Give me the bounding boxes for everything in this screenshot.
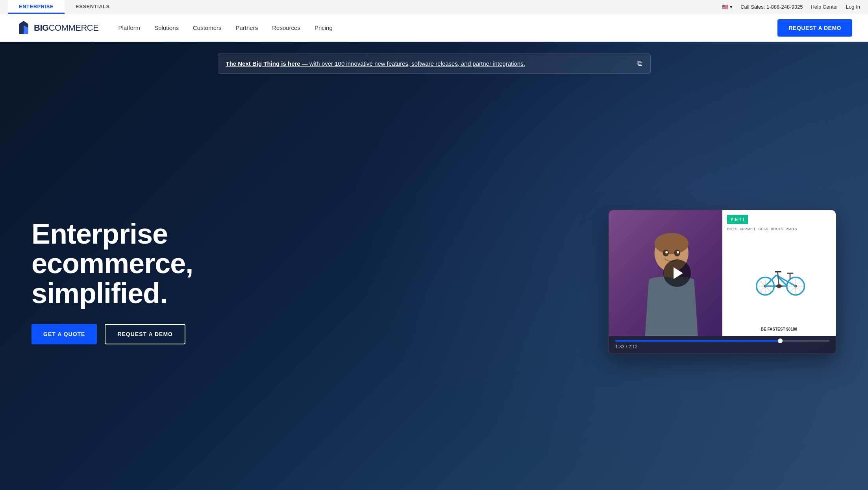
video-progress-fill: [615, 340, 780, 342]
svg-point-3: [654, 233, 688, 254]
top-bar-tabs: ENTERPRISE ESSENTIALS: [8, 0, 121, 14]
play-button[interactable]: [663, 259, 691, 287]
nav-solutions[interactable]: Solutions: [154, 24, 179, 31]
hero-left: Enterprise ecommerce, simplified. GET A …: [31, 219, 236, 345]
hero-headline: Enterprise ecommerce, simplified.: [31, 219, 236, 309]
language-selector[interactable]: 🇺🇸 ▾: [722, 4, 733, 10]
product-nav: BIKES APPAREL GEAR BOOTS PARTS: [727, 227, 831, 231]
logo-text: BIGCOMMERCE: [34, 23, 98, 33]
nav-customers[interactable]: Customers: [193, 24, 222, 31]
nav-parts: PARTS: [785, 227, 797, 231]
login-link[interactable]: Log In: [846, 4, 860, 10]
hero-section: The Next Big Thing is here — with over 1…: [0, 42, 868, 490]
svg-point-7: [665, 251, 668, 253]
logo[interactable]: BIGCOMMERCE: [16, 20, 98, 36]
video-progress-bar[interactable]: [615, 340, 829, 342]
request-demo-button[interactable]: REQUEST A DEMO: [777, 19, 852, 37]
top-bar: ENTERPRISE ESSENTIALS 🇺🇸 ▾ Call Sales: 1…: [0, 0, 868, 14]
svg-point-8: [677, 251, 679, 253]
bike-image-icon: [751, 263, 807, 298]
nav-cta: REQUEST A DEMO: [777, 19, 852, 37]
hero-buttons: GET A QUOTE REQUEST A DEMO: [31, 324, 236, 344]
video-player: YETI BIKES APPAREL GEAR BOOTS PARTS: [608, 209, 837, 354]
nav-pricing[interactable]: Pricing: [315, 24, 333, 31]
video-time-display: 1:33 / 2:12: [615, 344, 829, 349]
video-screen: YETI BIKES APPAREL GEAR BOOTS PARTS: [609, 210, 836, 336]
announcement-banner: The Next Big Thing is here — with over 1…: [218, 54, 651, 74]
phone-number[interactable]: Call Sales: 1-888-248-9325: [740, 4, 803, 10]
svg-line-21: [765, 275, 776, 286]
nav-resources[interactable]: Resources: [272, 24, 300, 31]
play-icon: [674, 267, 683, 279]
announcement-text[interactable]: The Next Big Thing is here — with over 1…: [226, 60, 525, 67]
yeti-brand-logo: YETI: [727, 215, 748, 224]
request-demo-hero-button[interactable]: REQUEST A DEMO: [105, 324, 185, 344]
video-controls: 1:33 / 2:12: [609, 336, 836, 353]
external-link-icon[interactable]: ⧉: [637, 59, 642, 68]
nav-bikes: BIKES: [727, 227, 738, 231]
flag-icon: 🇺🇸: [722, 4, 728, 10]
chevron-down-icon: ▾: [730, 4, 733, 10]
bigcommerce-logo-icon: [16, 20, 31, 36]
main-nav: BIGCOMMERCE Platform Solutions Customers…: [0, 14, 868, 42]
tab-enterprise[interactable]: ENTERPRISE: [8, 0, 65, 14]
top-bar-right: 🇺🇸 ▾ Call Sales: 1-888-248-9325 Help Cen…: [722, 4, 860, 10]
nav-boots: BOOTS: [771, 227, 783, 231]
nav-links: Platform Solutions Customers Partners Re…: [118, 24, 777, 31]
tab-essentials[interactable]: ESSENTIALS: [65, 0, 121, 14]
hero-content: Enterprise ecommerce, simplified. GET A …: [31, 97, 837, 466]
announcement-suffix: — with over 100 innovative new features,…: [300, 60, 525, 67]
product-caption: BE FASTEST $8180: [727, 327, 831, 331]
nav-platform[interactable]: Platform: [118, 24, 140, 31]
announcement-strong: The Next Big Thing is here: [226, 60, 300, 67]
nav-apparel: APPAREL: [740, 227, 756, 231]
video-progress-dot: [778, 338, 783, 343]
video-product-panel: YETI BIKES APPAREL GEAR BOOTS PARTS: [722, 210, 836, 336]
nav-gear: GEAR: [758, 227, 768, 231]
nav-partners[interactable]: Partners: [236, 24, 258, 31]
bike-display: [727, 234, 831, 327]
get-quote-button[interactable]: GET A QUOTE: [31, 324, 97, 344]
help-center-link[interactable]: Help Center: [811, 4, 838, 10]
